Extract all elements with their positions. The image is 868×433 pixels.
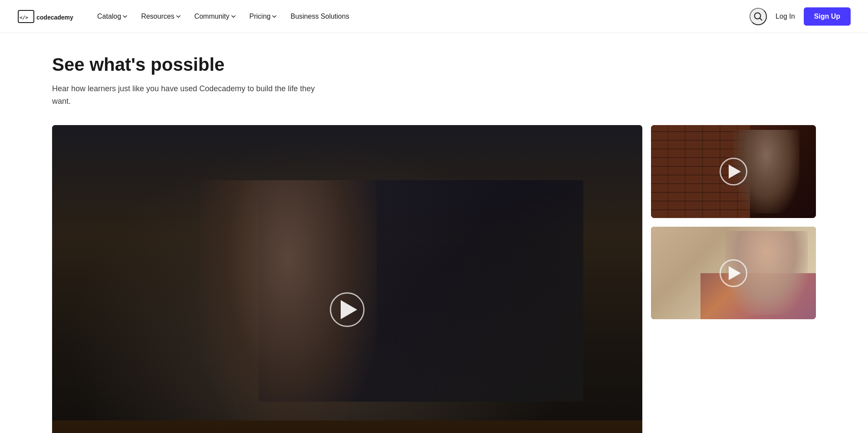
nav-pricing[interactable]: Pricing [244,9,282,24]
codecademy-logo: </> codecademy [17,8,78,25]
play-button-thumb1[interactable] [720,158,747,185]
video-thumb-1[interactable] [651,125,816,218]
play-triangle-icon [341,300,357,319]
section-title: See what's possible [52,54,816,76]
video-grid [52,125,816,433]
video-scene [52,125,642,433]
chevron-down-icon [123,14,127,19]
navbar-actions: Log In Sign Up [750,7,851,26]
chevron-down-icon [231,14,236,19]
video-thumb-2[interactable] [651,227,816,320]
video-side-column [651,125,816,320]
log-in-button[interactable]: Log In [774,9,796,24]
search-icon [753,12,763,21]
svg-text:codecademy: codecademy [36,14,73,21]
chevron-down-icon [176,14,181,19]
nav-resources[interactable]: Resources [136,9,185,24]
main-video[interactable] [52,125,642,433]
nav-catalog[interactable]: Catalog [92,9,132,24]
search-button[interactable] [750,8,767,25]
chevron-down-icon [272,14,276,19]
play-triangle-icon [729,165,741,178]
navbar: </> codecademy Catalog Resources Communi… [0,0,868,33]
main-content: See what's possible Hear how learners ju… [0,33,868,433]
scene-desk [52,420,642,433]
play-button-thumb2[interactable] [720,259,747,287]
logo-link[interactable]: </> codecademy [17,8,78,25]
play-triangle-icon [729,266,741,280]
nav-community[interactable]: Community [189,9,241,24]
sign-up-button[interactable]: Sign Up [804,7,851,26]
nav-business-solutions[interactable]: Business Solutions [285,9,354,24]
svg-text:</>: </> [20,15,28,20]
main-nav: Catalog Resources Community Pricing Busi… [92,9,750,24]
section-subtitle: Hear how learners just like you have use… [52,83,330,108]
play-button-main[interactable] [330,292,365,327]
